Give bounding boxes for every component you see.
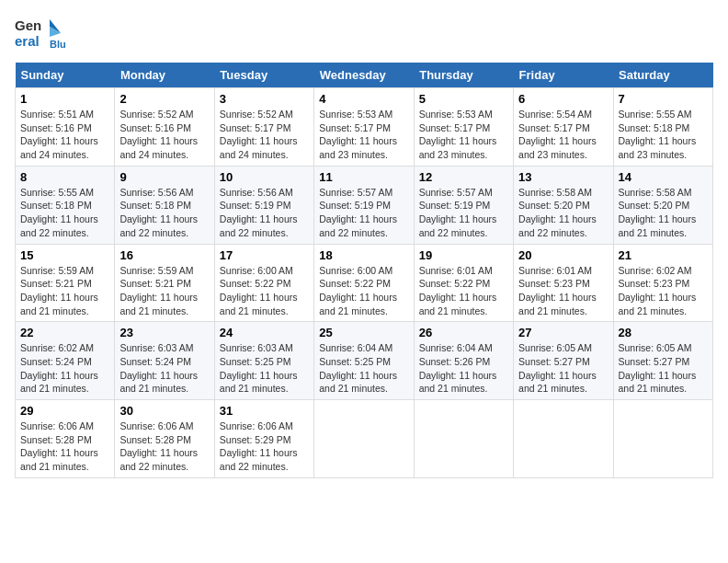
calendar-day: 2 Sunrise: 5:52 AM Sunset: 5:16 PM Dayli…	[115, 88, 214, 167]
calendar-day: 12 Sunrise: 5:57 AM Sunset: 5:19 PM Dayl…	[414, 166, 513, 244]
empty-cell	[414, 400, 513, 478]
calendar-week: 8 Sunrise: 5:55 AM Sunset: 5:18 PM Dayli…	[16, 166, 713, 244]
weekday-header: Friday	[514, 63, 613, 88]
day-number: 8	[20, 170, 109, 184]
day-number: 27	[518, 326, 608, 339]
day-info: Sunrise: 6:05 AM Sunset: 5:27 PM Dayligh…	[619, 341, 708, 396]
day-number: 13	[518, 170, 608, 184]
calendar-day: 9 Sunrise: 5:56 AM Sunset: 5:18 PM Dayli…	[115, 166, 214, 244]
calendar-day: 1 Sunrise: 5:51 AM Sunset: 5:16 PM Dayli…	[16, 88, 115, 167]
day-info: Sunrise: 5:55 AM Sunset: 5:18 PM Dayligh…	[20, 186, 109, 240]
day-number: 14	[619, 170, 708, 184]
day-info: Sunrise: 6:00 AM Sunset: 5:22 PM Dayligh…	[319, 264, 408, 318]
day-number: 16	[119, 248, 209, 262]
day-number: 3	[220, 92, 309, 106]
calendar-week: 1 Sunrise: 5:51 AM Sunset: 5:16 PM Dayli…	[16, 88, 713, 167]
calendar-week: 22 Sunrise: 6:02 AM Sunset: 5:24 PM Dayl…	[16, 322, 713, 400]
day-info: Sunrise: 6:06 AM Sunset: 5:28 PM Dayligh…	[20, 419, 109, 474]
day-number: 19	[419, 248, 508, 262]
day-number: 4	[319, 92, 408, 106]
day-number: 2	[119, 92, 209, 106]
weekday-header: Wednesday	[314, 63, 414, 88]
calendar-day: 23 Sunrise: 6:03 AM Sunset: 5:24 PM Dayl…	[115, 322, 214, 400]
calendar-day: 27 Sunrise: 6:05 AM Sunset: 5:27 PM Dayl…	[514, 322, 613, 400]
day-number: 1	[20, 92, 109, 106]
day-number: 15	[20, 248, 109, 262]
calendar-day: 28 Sunrise: 6:05 AM Sunset: 5:27 PM Dayl…	[613, 322, 712, 400]
day-number: 25	[319, 326, 408, 339]
calendar-day: 4 Sunrise: 5:53 AM Sunset: 5:17 PM Dayli…	[314, 88, 414, 167]
day-info: Sunrise: 6:06 AM Sunset: 5:28 PM Dayligh…	[119, 419, 209, 474]
day-info: Sunrise: 5:53 AM Sunset: 5:17 PM Dayligh…	[419, 108, 508, 162]
calendar-week: 15 Sunrise: 5:59 AM Sunset: 5:21 PM Dayl…	[16, 244, 713, 322]
day-info: Sunrise: 5:53 AM Sunset: 5:17 PM Dayligh…	[319, 108, 408, 162]
calendar-week: 29 Sunrise: 6:06 AM Sunset: 5:28 PM Dayl…	[16, 400, 713, 478]
calendar-day: 5 Sunrise: 5:53 AM Sunset: 5:17 PM Dayli…	[414, 88, 513, 167]
calendar-day: 29 Sunrise: 6:06 AM Sunset: 5:28 PM Dayl…	[16, 400, 115, 478]
calendar-day: 15 Sunrise: 5:59 AM Sunset: 5:21 PM Dayl…	[16, 244, 115, 322]
day-number: 24	[220, 326, 309, 339]
day-number: 20	[518, 248, 608, 262]
empty-cell	[314, 400, 414, 478]
day-number: 6	[518, 92, 608, 106]
calendar-day: 24 Sunrise: 6:03 AM Sunset: 5:25 PM Dayl…	[214, 322, 313, 400]
weekday-header: Saturday	[613, 63, 712, 88]
day-number: 31	[220, 404, 309, 418]
calendar-header: SundayMondayTuesdayWednesdayThursdayFrid…	[16, 63, 713, 88]
calendar-day: 21 Sunrise: 6:02 AM Sunset: 5:23 PM Dayl…	[613, 244, 712, 322]
svg-text:eral: eral	[15, 33, 40, 49]
calendar-day: 26 Sunrise: 6:04 AM Sunset: 5:26 PM Dayl…	[414, 322, 513, 400]
day-info: Sunrise: 5:58 AM Sunset: 5:20 PM Dayligh…	[619, 186, 708, 240]
calendar-day: 3 Sunrise: 5:52 AM Sunset: 5:17 PM Dayli…	[214, 88, 313, 167]
logo-svg: Gen eral Blue	[15, 15, 65, 52]
day-info: Sunrise: 6:01 AM Sunset: 5:23 PM Dayligh…	[518, 264, 608, 318]
day-info: Sunrise: 6:04 AM Sunset: 5:26 PM Dayligh…	[419, 341, 508, 396]
day-info: Sunrise: 5:59 AM Sunset: 5:21 PM Dayligh…	[119, 264, 209, 318]
day-number: 21	[619, 248, 708, 262]
day-number: 7	[619, 92, 708, 106]
day-number: 5	[419, 92, 508, 106]
weekday-header: Thursday	[414, 63, 513, 88]
day-info: Sunrise: 6:06 AM Sunset: 5:29 PM Dayligh…	[220, 419, 309, 474]
day-info: Sunrise: 6:03 AM Sunset: 5:25 PM Dayligh…	[220, 341, 309, 396]
day-number: 18	[319, 248, 408, 262]
weekday-header: Monday	[115, 63, 214, 88]
day-info: Sunrise: 6:00 AM Sunset: 5:22 PM Dayligh…	[220, 264, 309, 318]
day-number: 30	[119, 404, 209, 418]
calendar-day: 25 Sunrise: 6:04 AM Sunset: 5:25 PM Dayl…	[314, 322, 414, 400]
day-info: Sunrise: 5:56 AM Sunset: 5:18 PM Dayligh…	[119, 186, 209, 240]
day-info: Sunrise: 5:59 AM Sunset: 5:21 PM Dayligh…	[20, 264, 109, 318]
empty-cell	[514, 400, 613, 478]
day-info: Sunrise: 5:52 AM Sunset: 5:16 PM Dayligh…	[119, 108, 209, 162]
day-number: 12	[419, 170, 508, 184]
calendar-day: 19 Sunrise: 6:01 AM Sunset: 5:22 PM Dayl…	[414, 244, 513, 322]
day-info: Sunrise: 5:58 AM Sunset: 5:20 PM Dayligh…	[518, 186, 608, 240]
day-number: 23	[119, 326, 209, 339]
calendar-day: 11 Sunrise: 5:57 AM Sunset: 5:19 PM Dayl…	[314, 166, 414, 244]
calendar-day: 13 Sunrise: 5:58 AM Sunset: 5:20 PM Dayl…	[514, 166, 613, 244]
day-info: Sunrise: 6:02 AM Sunset: 5:24 PM Dayligh…	[20, 341, 109, 396]
day-info: Sunrise: 5:55 AM Sunset: 5:18 PM Dayligh…	[619, 108, 708, 162]
svg-text:Blue: Blue	[50, 39, 65, 50]
calendar-day: 7 Sunrise: 5:55 AM Sunset: 5:18 PM Dayli…	[613, 88, 712, 167]
day-info: Sunrise: 6:03 AM Sunset: 5:24 PM Dayligh…	[119, 341, 209, 396]
day-number: 28	[619, 326, 708, 339]
day-info: Sunrise: 5:56 AM Sunset: 5:19 PM Dayligh…	[220, 186, 309, 240]
calendar-day: 17 Sunrise: 6:00 AM Sunset: 5:22 PM Dayl…	[214, 244, 313, 322]
calendar-day: 8 Sunrise: 5:55 AM Sunset: 5:18 PM Dayli…	[16, 166, 115, 244]
page-header: Gen eral Blue	[15, 15, 713, 52]
logo: Gen eral Blue	[15, 15, 65, 52]
day-info: Sunrise: 5:57 AM Sunset: 5:19 PM Dayligh…	[419, 186, 508, 240]
calendar-day: 6 Sunrise: 5:54 AM Sunset: 5:17 PM Dayli…	[514, 88, 613, 167]
calendar-day: 14 Sunrise: 5:58 AM Sunset: 5:20 PM Dayl…	[613, 166, 712, 244]
weekday-header: Tuesday	[214, 63, 313, 88]
empty-cell	[613, 400, 712, 478]
day-number: 29	[20, 404, 109, 418]
calendar-day: 18 Sunrise: 6:00 AM Sunset: 5:22 PM Dayl…	[314, 244, 414, 322]
calendar-day: 20 Sunrise: 6:01 AM Sunset: 5:23 PM Dayl…	[514, 244, 613, 322]
calendar-day: 31 Sunrise: 6:06 AM Sunset: 5:29 PM Dayl…	[214, 400, 313, 478]
svg-text:Gen: Gen	[15, 17, 41, 33]
day-number: 17	[220, 248, 309, 262]
day-number: 10	[220, 170, 309, 184]
calendar-day: 10 Sunrise: 5:56 AM Sunset: 5:19 PM Dayl…	[214, 166, 313, 244]
